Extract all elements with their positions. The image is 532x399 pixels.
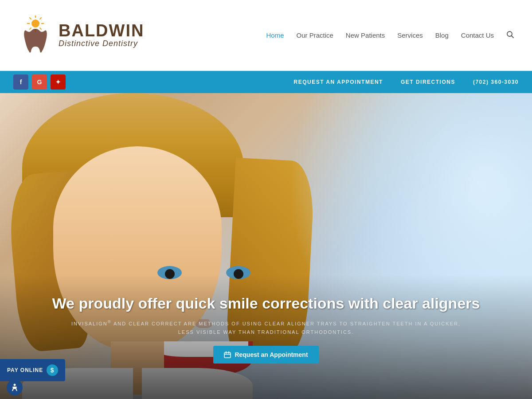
dollar-icon: $ <box>47 364 58 376</box>
request-appointment-link[interactable]: REQUEST AN APPOINTMENT <box>293 79 383 85</box>
accessibility-icon <box>10 383 19 392</box>
hero-content: We proudly offer quick smile corrections… <box>0 295 532 364</box>
hero-subtext: INVISALIGN® AND CLEAR CORRECT ARE METHOD… <box>35 318 497 337</box>
nav-our-practice[interactable]: Our Practice <box>297 31 333 39</box>
logo-title: BALDWIN <box>59 22 144 39</box>
bar-links: REQUEST AN APPOINTMENT GET DIRECTIONS (7… <box>293 79 519 85</box>
logo-text: BALDWIN Distinctive Dentistry <box>59 22 144 48</box>
calendar-icon <box>224 351 231 358</box>
hero-section: We proudly offer quick smile corrections… <box>0 93 532 399</box>
logo-icon <box>18 13 53 58</box>
svg-line-6 <box>40 18 41 19</box>
google-button[interactable]: G <box>32 74 47 90</box>
pay-online-button[interactable]: PAY ONLINE $ <box>0 359 65 381</box>
nav-blog[interactable]: Blog <box>435 31 449 39</box>
nav-new-patients[interactable]: New Patients <box>346 31 385 39</box>
nav-home[interactable]: Home <box>266 31 284 39</box>
social-icons: f G ✦ <box>13 74 66 90</box>
svg-line-5 <box>30 18 31 19</box>
nav-services[interactable]: Services <box>397 31 423 39</box>
main-nav: Home Our Practice New Patients Services … <box>266 31 514 40</box>
svg-line-8 <box>40 28 41 29</box>
facebook-button[interactable]: f <box>13 74 28 90</box>
nav-contact[interactable]: Contact Us <box>461 31 494 39</box>
svg-line-10 <box>512 35 514 38</box>
hero-cta-label: Request an Appointment <box>235 351 308 358</box>
blue-bar: f G ✦ REQUEST AN APPOINTMENT GET DIRECTI… <box>0 71 532 93</box>
hero-cta-button[interactable]: Request an Appointment <box>213 346 318 364</box>
svg-line-7 <box>30 28 31 29</box>
logo-subtitle: Distinctive Dentistry <box>59 39 144 48</box>
site-header: BALDWIN Distinctive Dentistry Home Our P… <box>0 0 532 71</box>
logo-area[interactable]: BALDWIN Distinctive Dentistry <box>18 13 144 58</box>
phone-link[interactable]: (702) 360-3030 <box>473 79 519 85</box>
search-icon[interactable] <box>506 31 514 40</box>
get-directions-link[interactable]: GET DIRECTIONS <box>401 79 455 85</box>
accessibility-button[interactable] <box>7 379 23 395</box>
svg-point-15 <box>14 384 16 386</box>
hero-headline: We proudly offer quick smile corrections… <box>35 295 497 312</box>
svg-rect-11 <box>224 352 231 358</box>
svg-point-0 <box>31 20 39 27</box>
pay-online-label: PAY ONLINE <box>7 367 43 373</box>
yelp-button[interactable]: ✦ <box>51 74 66 90</box>
dollar-symbol: $ <box>51 367 55 374</box>
